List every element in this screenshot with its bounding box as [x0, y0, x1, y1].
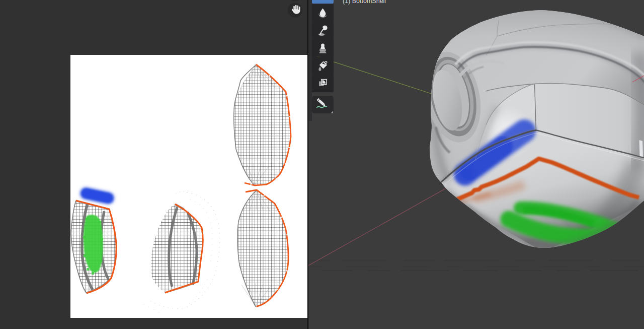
svg-text:(1) BottomShell: (1) BottomShell — [343, 0, 386, 5]
